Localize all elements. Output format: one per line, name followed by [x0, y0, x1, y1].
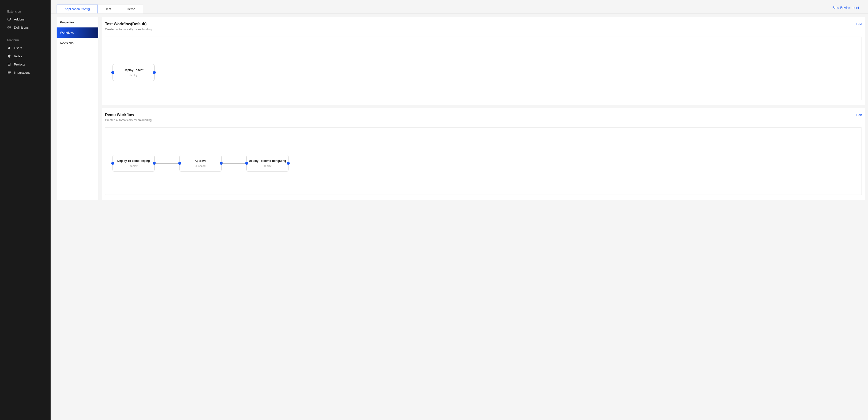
workflow-node-title: Deploy To demo-beijing: [117, 159, 150, 163]
tab-test[interactable]: Test: [97, 5, 119, 13]
node-port-left[interactable]: [111, 71, 114, 74]
sidebar: Extension Addons Definitions Platform Us…: [0, 0, 51, 420]
sidebar-section-platform: Platform: [0, 36, 51, 44]
workflow-node[interactable]: Deploy To test deploy: [113, 64, 155, 81]
workflow-title: Demo Workflow: [105, 113, 152, 117]
workflow-node[interactable]: Approve suspend: [179, 155, 222, 172]
subnav-item-revisions[interactable]: Revisions: [57, 38, 98, 48]
workflow-edge: [222, 163, 246, 164]
node-port-left[interactable]: [178, 162, 181, 165]
workflow-node-title: Approve: [195, 159, 207, 163]
workflow-subtitle: Created automatically by envbinding.: [105, 28, 152, 31]
workflow-node-type: deploy: [130, 164, 137, 167]
lines-icon: [7, 71, 11, 74]
sidebar-item-label: Definitions: [14, 26, 29, 29]
sidebar-item-addons[interactable]: Addons: [0, 15, 51, 23]
sub-nav: Properties Workflows Revisions: [57, 17, 98, 200]
sidebar-item-users[interactable]: Users: [0, 44, 51, 52]
edit-link[interactable]: Edit: [857, 113, 862, 117]
subnav-item-properties[interactable]: Properties: [57, 17, 98, 28]
cube-icon: [7, 17, 11, 21]
main-content: Application Config Test Demo Bind Enviro…: [51, 0, 868, 420]
subnav-item-workflows[interactable]: Workflows: [57, 28, 98, 38]
workflow-node[interactable]: Deploy To demo-beijing deploy: [113, 155, 155, 172]
divider: [105, 125, 862, 125]
edit-link[interactable]: Edit: [857, 22, 862, 26]
sidebar-item-projects[interactable]: Projects: [0, 60, 51, 68]
node-port-right[interactable]: [287, 162, 290, 165]
shield-icon: [7, 54, 11, 58]
workflow-edge: [155, 163, 179, 164]
list-box-icon: [7, 62, 11, 66]
workflow-node-title: Deploy To test: [124, 68, 144, 72]
workflow-canvas[interactable]: Deploy To demo-beijing deploy Approve su…: [105, 127, 862, 195]
workflow-node[interactable]: Deploy To demo-hongkong deploy: [246, 155, 288, 172]
workflow-node-type: suspend: [195, 164, 206, 167]
workflow-canvas[interactable]: Deploy To test deploy: [105, 37, 862, 100]
sidebar-item-definitions[interactable]: Definitions: [0, 23, 51, 32]
sidebar-item-label: Addons: [14, 18, 25, 21]
cube-icon: [7, 26, 11, 29]
sidebar-item-label: Projects: [14, 63, 25, 66]
workflow-panel: Test Workflow(Default) Created automatic…: [102, 17, 865, 105]
workflow-title: Test Workflow(Default): [105, 22, 152, 26]
node-port-left[interactable]: [245, 162, 248, 165]
sidebar-item-label: Roles: [14, 55, 22, 58]
tab-demo[interactable]: Demo: [119, 5, 143, 13]
sidebar-item-label: Users: [14, 46, 22, 50]
users-icon: [7, 46, 11, 50]
divider: [105, 34, 862, 34]
sidebar-section-extension: Extension: [0, 7, 51, 15]
workflow-panel: Demo Workflow Created automatically by e…: [102, 108, 865, 200]
workflow-node-title: Deploy To demo-hongkong: [249, 159, 286, 163]
sidebar-item-integrations[interactable]: Integrations: [0, 68, 51, 76]
workflow-area: Test Workflow(Default) Created automatic…: [102, 17, 865, 200]
node-port-right[interactable]: [153, 71, 156, 74]
tab-application-config[interactable]: Application Config: [57, 5, 98, 13]
workflow-subtitle: Created automatically by envbinding.: [105, 119, 152, 122]
sidebar-item-roles[interactable]: Roles: [0, 52, 51, 60]
node-port-left[interactable]: [111, 162, 114, 165]
bind-environment-link[interactable]: Bind Environment: [830, 4, 862, 13]
sidebar-item-label: Integrations: [14, 71, 30, 74]
workflow-node-type: deploy: [130, 74, 137, 76]
tab-bar: Application Config Test Demo Bind Enviro…: [51, 0, 868, 14]
workflow-node-type: deploy: [264, 164, 271, 167]
